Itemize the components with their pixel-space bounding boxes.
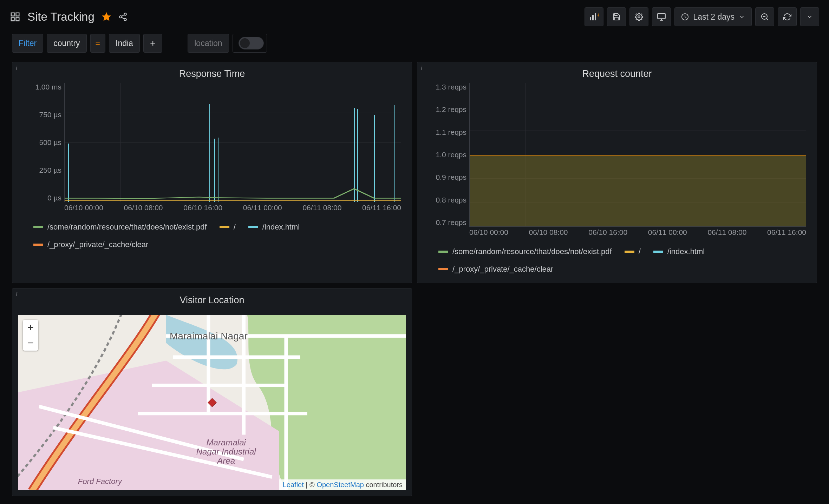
panel-title: Visitor Location — [12, 289, 412, 309]
svg-marker-4 — [102, 13, 110, 20]
share-icon[interactable] — [118, 12, 128, 21]
zoom-out-button[interactable] — [755, 7, 774, 26]
x-tick: 06/10 16:00 — [183, 204, 222, 216]
filter-row: Filter country = India + location — [0, 34, 829, 62]
x-tick: 06/11 16:00 — [362, 204, 401, 216]
leaflet-link[interactable]: Leaflet — [283, 481, 304, 489]
x-tick: 06/11 00:00 — [243, 204, 282, 216]
y-tick: 0 µs — [19, 194, 61, 202]
legend-item[interactable]: /index.html — [653, 247, 705, 256]
refresh-interval-button[interactable] — [800, 7, 819, 26]
add-panel-button[interactable]: + — [585, 7, 603, 26]
map[interactable]: Maraimalai Nagar MaramalaiNagar Industri… — [18, 315, 406, 490]
series-slash — [65, 200, 401, 201]
x-tick: 06/11 08:00 — [302, 204, 341, 216]
variable-location[interactable]: location — [188, 34, 229, 53]
panels-top: i Response Time 1.00 ms 750 µs 500 µs 25… — [0, 62, 829, 283]
x-tick: 06/10 08:00 — [529, 228, 568, 241]
legend-item[interactable]: /some/random/resource/that/does/not/exis… — [438, 247, 612, 256]
zoom-out-button[interactable]: − — [23, 335, 38, 351]
y-tick: 250 µs — [19, 166, 61, 174]
panels-bottom: i Visitor Location — [0, 283, 829, 496]
y-tick: 1.3 reqps — [424, 83, 466, 91]
svg-line-20 — [766, 19, 768, 20]
header-right: + Last 2 days — [585, 7, 819, 26]
add-filter-button[interactable]: + — [143, 34, 162, 53]
area-fill — [470, 155, 806, 227]
save-button[interactable] — [607, 7, 626, 26]
y-tick: 1.1 reqps — [424, 128, 466, 137]
x-tick: 06/11 00:00 — [648, 228, 687, 241]
svg-point-5 — [124, 13, 126, 15]
y-tick: 1.0 reqps — [424, 151, 466, 159]
y-tick: 750 µs — [19, 111, 61, 119]
legend: /some/random/resource/that/does/not/exis… — [12, 216, 412, 258]
legend: /some/random/resource/that/does/not/exis… — [417, 241, 817, 283]
svg-text:+: + — [597, 13, 599, 18]
svg-line-8 — [122, 15, 124, 16]
page-title: Site Tracking — [27, 10, 94, 24]
time-range-label: Last 2 days — [693, 12, 735, 22]
svg-rect-0 — [11, 13, 14, 16]
chart-response[interactable]: 1.00 ms 750 µs 500 µs 250 µs 0 µs — [19, 83, 401, 216]
legend-item[interactable]: /_proxy/_private/_cache/clear — [33, 240, 395, 249]
info-icon[interactable]: i — [16, 65, 17, 71]
panel-title: Request counter — [417, 62, 817, 83]
x-tick: 06/11 16:00 — [767, 228, 806, 241]
refresh-button[interactable] — [778, 7, 797, 26]
svg-rect-1 — [16, 13, 19, 16]
svg-rect-10 — [590, 17, 591, 20]
legend-item[interactable]: /index.html — [248, 223, 300, 232]
header: Site Tracking + Last 2 days — [0, 0, 829, 34]
svg-line-9 — [122, 18, 124, 19]
location-toggle[interactable] — [239, 37, 264, 49]
plot-area — [469, 83, 806, 227]
plot-area — [64, 83, 401, 202]
map-label-factory: Ford Factory — [78, 477, 123, 486]
map-label-main: Maraimalai Nagar — [170, 331, 248, 341]
tv-mode-button[interactable] — [652, 7, 671, 26]
legend-item[interactable]: / — [625, 247, 641, 256]
x-tick: 06/10 16:00 — [588, 228, 627, 241]
y-tick: 0.8 reqps — [424, 196, 466, 204]
info-icon[interactable]: i — [421, 65, 422, 71]
y-tick: 0.7 reqps — [424, 218, 466, 227]
svg-rect-12 — [595, 13, 596, 20]
x-tick: 06/10 08:00 — [124, 204, 163, 216]
svg-point-7 — [124, 18, 126, 21]
filter-value[interactable]: India — [109, 34, 140, 53]
legend-item[interactable]: /_proxy/_private/_cache/clear — [438, 265, 800, 274]
y-axis: 1.00 ms 750 µs 500 µs 250 µs 0 µs — [19, 83, 61, 202]
x-tick: 06/10 00:00 — [64, 204, 103, 216]
filter-operator[interactable]: = — [90, 34, 105, 53]
chart-requests[interactable]: 1.3 reqps 1.2 reqps 1.1 reqps 1.0 reqps … — [424, 83, 806, 241]
panel-visitor-location: i Visitor Location — [12, 288, 412, 496]
settings-button[interactable] — [629, 7, 648, 26]
x-tick: 06/11 08:00 — [707, 228, 746, 241]
panel-response-time: i Response Time 1.00 ms 750 µs 500 µs 25… — [12, 62, 412, 283]
x-axis: 06/10 00:00 06/10 08:00 06/10 16:00 06/1… — [469, 228, 806, 241]
panel-request-counter: i Request counter 1.3 reqps 1.2 reqps 1.… — [417, 62, 817, 283]
x-tick: 06/10 00:00 — [469, 228, 508, 241]
panel-title: Response Time — [12, 62, 412, 83]
y-tick: 1.00 ms — [19, 83, 61, 91]
svg-rect-15 — [658, 13, 666, 19]
legend-item[interactable]: / — [220, 223, 236, 232]
filter-field[interactable]: country — [47, 34, 86, 53]
info-icon[interactable]: i — [16, 291, 17, 298]
empty-space — [417, 288, 817, 496]
y-tick: 1.2 reqps — [424, 105, 466, 114]
svg-point-6 — [119, 16, 122, 18]
star-icon[interactable] — [102, 12, 111, 22]
osm-link[interactable]: OpenSteetMap — [316, 481, 364, 489]
zoom-control: + − — [23, 320, 38, 351]
filter-label[interactable]: Filter — [12, 34, 43, 53]
zoom-in-button[interactable]: + — [23, 320, 38, 335]
dashboard-apps-icon[interactable] — [10, 12, 20, 22]
svg-point-14 — [638, 16, 640, 18]
svg-rect-2 — [11, 18, 14, 21]
chevron-down-icon — [739, 14, 745, 20]
y-tick: 0.9 reqps — [424, 173, 466, 181]
time-range-picker[interactable]: Last 2 days — [674, 7, 752, 26]
legend-item[interactable]: /some/random/resource/that/does/not/exis… — [33, 223, 207, 232]
